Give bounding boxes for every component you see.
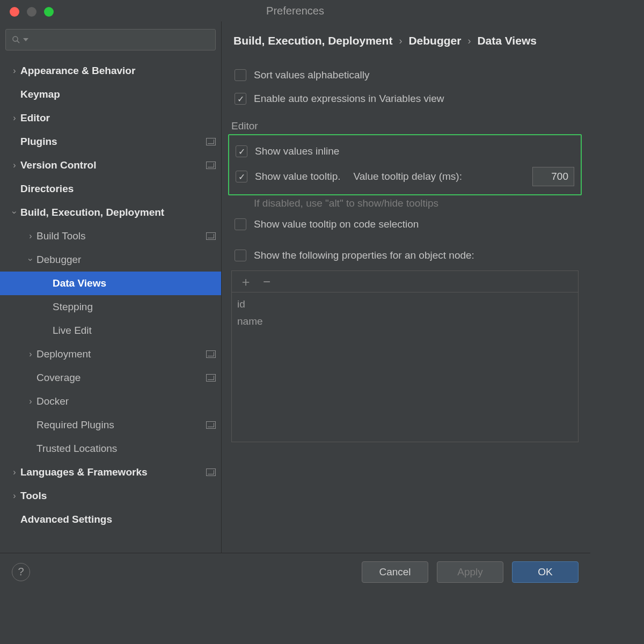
option-sort-alphabetically[interactable]: Sort values alphabetically: [231, 63, 579, 87]
sidebar-item-languages-frameworks[interactable]: ›Languages & Frameworks: [0, 460, 221, 484]
checkbox-unchecked-icon[interactable]: [235, 69, 246, 81]
checkbox-checked-icon[interactable]: [236, 145, 247, 157]
search-input[interactable]: [5, 29, 216, 50]
window-controls: [10, 7, 54, 17]
sidebar-item-data-views[interactable]: Data Views: [0, 272, 221, 295]
highlight-annotation: Show values inline Show value tooltip. V…: [228, 134, 582, 195]
chevron-right-icon: ›: [9, 160, 20, 170]
sidebar-item-editor[interactable]: ›Editor: [0, 106, 221, 130]
chevron-right-icon: ›: [25, 231, 36, 241]
tooltip-delay-label: Value tooltip delay (ms):: [354, 171, 462, 182]
object-properties-list[interactable]: id name: [232, 292, 578, 334]
project-marker-icon: [206, 138, 216, 145]
sidebar-item-advanced-settings[interactable]: Advanced Settings: [0, 508, 221, 531]
project-marker-icon: [206, 350, 216, 358]
chevron-down-icon: [23, 37, 28, 42]
help-button[interactable]: ?: [12, 563, 30, 581]
project-marker-icon: [206, 374, 216, 382]
remove-icon[interactable]: −: [263, 275, 270, 288]
sidebar-item-plugins[interactable]: Plugins: [0, 130, 221, 153]
add-icon[interactable]: ＋: [239, 275, 252, 288]
sidebar-item-debugger[interactable]: ›Debugger: [0, 248, 221, 272]
option-tooltip-on-selection[interactable]: Show value tooltip on code selection: [231, 213, 579, 236]
sidebar-item-required-plugins[interactable]: Required Plugins: [0, 413, 221, 437]
sidebar-item-coverage[interactable]: Coverage: [0, 366, 221, 390]
settings-content: Build, Execution, Deployment › Debugger …: [222, 21, 590, 553]
checkbox-unchecked-icon[interactable]: [235, 250, 246, 261]
sidebar-item-trusted-locations[interactable]: Trusted Locations: [0, 437, 221, 460]
chevron-right-icon: ›: [9, 491, 20, 501]
checkbox-checked-icon[interactable]: [235, 93, 246, 105]
tooltip-delay-input[interactable]: [532, 167, 574, 186]
checkbox-unchecked-icon[interactable]: [235, 218, 246, 230]
option-show-values-inline[interactable]: Show values inline: [232, 140, 577, 163]
tooltip-hint-text: If disabled, use "alt" to show/hide tool…: [231, 197, 579, 209]
close-window-icon[interactable]: [10, 7, 19, 17]
checkbox-checked-icon[interactable]: [236, 171, 247, 182]
search-icon: [11, 35, 21, 45]
chevron-down-icon: ›: [10, 207, 19, 218]
sidebar-item-live-edit[interactable]: Live Edit: [0, 319, 221, 342]
chevron-right-icon: ›: [25, 349, 36, 359]
sidebar-item-appearance-behavior[interactable]: ›Appearance & Behavior: [0, 59, 221, 83]
sidebar-item-deployment[interactable]: ›Deployment: [0, 342, 221, 366]
sidebar-item-build-tools[interactable]: ›Build Tools: [0, 224, 221, 248]
project-marker-icon: [206, 162, 216, 169]
maximize-window-icon[interactable]: [44, 7, 54, 17]
window-title: Preferences: [0, 5, 590, 17]
sidebar-item-tools[interactable]: ›Tools: [0, 484, 221, 508]
breadcrumb-segment[interactable]: Build, Execution, Deployment: [233, 34, 392, 47]
section-header-editor: Editor: [231, 120, 579, 132]
object-properties-box: ＋ − id name: [231, 270, 579, 442]
chevron-right-icon: ›: [25, 397, 36, 406]
titlebar: Preferences: [0, 0, 590, 21]
chevron-right-icon: ›: [9, 113, 20, 123]
option-auto-expressions[interactable]: Enable auto expressions in Variables vie…: [231, 87, 579, 111]
svg-line-1: [17, 41, 19, 43]
chevron-down-icon: ›: [26, 254, 35, 266]
minimize-window-icon[interactable]: [27, 7, 36, 17]
breadcrumb-segment[interactable]: Data Views: [477, 34, 537, 47]
svg-point-0: [13, 36, 18, 41]
chevron-right-icon: ›: [467, 35, 471, 47]
sidebar-item-directories[interactable]: Directories: [0, 177, 221, 201]
chevron-right-icon: ›: [399, 35, 402, 47]
chevron-right-icon: ›: [9, 66, 20, 76]
list-item[interactable]: id: [237, 296, 573, 313]
breadcrumb: Build, Execution, Deployment › Debugger …: [233, 34, 579, 47]
option-show-value-tooltip[interactable]: Show value tooltip. Value tooltip delay …: [232, 163, 577, 190]
svg-marker-2: [23, 38, 28, 41]
project-marker-icon: [206, 421, 216, 429]
project-marker-icon: [206, 469, 216, 476]
sidebar-item-docker[interactable]: ›Docker: [0, 390, 221, 413]
sidebar-item-build-execution-deployment[interactable]: ›Build, Execution, Deployment: [0, 201, 221, 224]
sidebar-item-stepping[interactable]: Stepping: [0, 295, 221, 319]
project-marker-icon: [206, 232, 216, 240]
chevron-right-icon: ›: [9, 467, 20, 477]
sidebar-item-version-control[interactable]: ›Version Control: [0, 153, 221, 177]
object-properties-toolbar: ＋ −: [232, 271, 578, 292]
settings-tree: ›Appearance & Behavior Keymap ›Editor Pl…: [0, 58, 221, 531]
ok-button[interactable]: OK: [512, 561, 579, 583]
breadcrumb-segment[interactable]: Debugger: [408, 34, 461, 47]
cancel-button[interactable]: Cancel: [362, 561, 428, 583]
sidebar: ›Appearance & Behavior Keymap ›Editor Pl…: [0, 21, 222, 553]
apply-button[interactable]: Apply: [437, 561, 503, 583]
list-item[interactable]: name: [237, 313, 573, 330]
dialog-footer: ? Cancel Apply OK: [0, 553, 590, 590]
option-show-following-properties[interactable]: Show the following properties for an obj…: [231, 244, 579, 267]
sidebar-item-keymap[interactable]: Keymap: [0, 83, 221, 106]
